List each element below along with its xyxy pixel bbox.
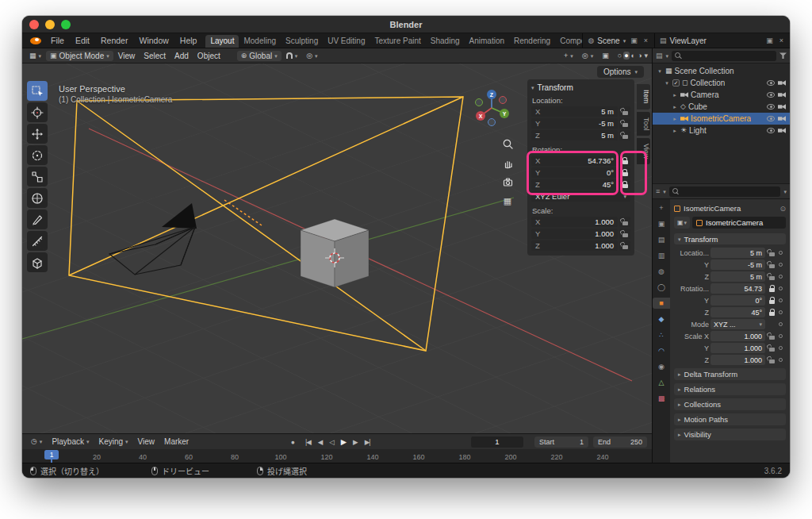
- outliner-row-isometric-camera[interactable]: ▸ IsometricCamera: [653, 113, 790, 125]
- tab-texture-paint[interactable]: Texture Paint: [370, 35, 425, 48]
- blender-logo-icon[interactable]: [29, 37, 42, 45]
- chevron-down-icon[interactable]: ▾: [783, 189, 787, 194]
- shading-solid-button[interactable]: ●: [623, 52, 629, 60]
- sidebar-tab-view[interactable]: View: [637, 138, 650, 164]
- shading-wireframe-button[interactable]: ○: [617, 52, 622, 60]
- scale-y-lock-button[interactable]: [619, 229, 630, 239]
- tool-annotate[interactable]: [27, 210, 48, 229]
- transform-panel-header[interactable]: ▾ Transform: [531, 82, 630, 94]
- scale-x-field[interactable]: 1.000: [710, 331, 765, 341]
- scale-z-field[interactable]: 1.000: [710, 355, 765, 365]
- location-x-lock-button[interactable]: [767, 250, 777, 256]
- disable-in-renders-icon[interactable]: [778, 128, 786, 133]
- hide-in-viewport-icon[interactable]: [767, 104, 775, 110]
- section-collections[interactable]: ▸Collections: [674, 398, 786, 410]
- current-frame-field[interactable]: 1: [471, 436, 523, 448]
- location-x-field[interactable]: X5 m: [531, 106, 618, 117]
- rotation-y-lock-button[interactable]: [619, 167, 630, 178]
- rotation-x-field[interactable]: 54.73: [710, 283, 765, 294]
- remove-viewlayer-button[interactable]: ×: [778, 37, 785, 44]
- scale-z-lock-button[interactable]: [767, 357, 777, 363]
- scale-x-field[interactable]: X1.000: [531, 217, 618, 227]
- gizmo-z-negative[interactable]: [488, 119, 496, 126]
- pin-icon[interactable]: ⊙: [779, 205, 786, 213]
- location-y-lock-button[interactable]: [767, 262, 777, 268]
- xray-toggle-button[interactable]: ▣: [598, 52, 613, 60]
- expand-icon[interactable]: ▸: [672, 104, 678, 110]
- tab-animation[interactable]: Animation: [465, 35, 509, 48]
- rotation-mode-dropdown[interactable]: XYZ Euler ▾: [531, 191, 630, 202]
- transform-section-header[interactable]: ▾ Transform: [674, 233, 786, 244]
- scale-y-lock-button[interactable]: [767, 345, 777, 352]
- animate-dot[interactable]: [779, 334, 783, 338]
- previous-keyframe-button[interactable]: ◀: [315, 437, 326, 447]
- section-delta-transform[interactable]: ▸Delta Transform: [674, 368, 786, 380]
- rotation-mode-dropdown[interactable]: XYZ ...▾: [710, 319, 765, 329]
- hide-in-viewport-icon[interactable]: [767, 80, 775, 86]
- tab-texture[interactable]: ▩: [654, 393, 668, 404]
- frame-start-field[interactable]: Start1: [534, 436, 588, 448]
- play-button[interactable]: ▶: [338, 436, 349, 447]
- disable-in-renders-icon[interactable]: [778, 116, 786, 121]
- close-window-button[interactable]: [29, 20, 39, 29]
- tool-tweak-select[interactable]: [27, 81, 48, 101]
- scale-y-field[interactable]: Y1.000: [531, 229, 618, 239]
- sidebar-tab-item[interactable]: Item: [637, 84, 650, 110]
- tab-physics[interactable]: ◠: [654, 345, 668, 356]
- location-z-lock-button[interactable]: [619, 130, 630, 140]
- hide-in-viewport-icon[interactable]: [767, 128, 775, 133]
- outliner-row-light[interactable]: ▸ ☀ Light: [653, 125, 790, 136]
- outliner-row-camera[interactable]: ▸ Camera: [653, 89, 790, 101]
- minimize-window-button[interactable]: [45, 20, 55, 29]
- rotation-z-field[interactable]: Z45°: [531, 179, 618, 190]
- section-relations[interactable]: ▸Relations: [674, 383, 786, 395]
- rotation-z-lock-button[interactable]: [619, 179, 630, 190]
- menu-render[interactable]: Render: [95, 35, 133, 46]
- expand-icon[interactable]: ▾: [657, 68, 663, 75]
- tab-modeling[interactable]: Modeling: [239, 35, 281, 48]
- timeline-ruler[interactable]: 20 40 60 80 100 120 140 160 180 200 220 …: [22, 449, 652, 463]
- toggle-ortho-button[interactable]: ▦: [500, 194, 515, 208]
- tab-sculpting[interactable]: Sculpting: [281, 35, 323, 48]
- tool-scale[interactable]: [27, 167, 48, 186]
- scale-x-lock-button[interactable]: [767, 333, 777, 340]
- tool-cursor[interactable]: [27, 102, 48, 122]
- menu-marker[interactable]: Marker: [160, 436, 193, 447]
- show-overlays-button[interactable]: ◎ ▾: [578, 52, 597, 60]
- section-motion-paths[interactable]: ▸Motion Paths: [674, 413, 786, 425]
- animate-dot[interactable]: [779, 310, 783, 314]
- pan-button[interactable]: [500, 156, 515, 170]
- jump-to-end-button[interactable]: ▶|: [362, 437, 373, 447]
- viewlayer-selector[interactable]: ▤ ViewLayer ▣ ×: [654, 33, 790, 48]
- hide-in-viewport-icon[interactable]: [767, 116, 775, 121]
- snapping-button[interactable]: ▾: [282, 52, 302, 60]
- object-name-field[interactable]: IsometricCamera: [692, 217, 786, 229]
- animate-dot[interactable]: [779, 286, 783, 290]
- tab-object-data[interactable]: △: [654, 377, 668, 388]
- rotation-z-field[interactable]: 45°: [710, 307, 765, 317]
- disable-in-renders-icon[interactable]: [778, 92, 786, 98]
- rotation-x-lock-button[interactable]: [619, 156, 630, 166]
- location-y-field[interactable]: -5 m: [710, 260, 765, 270]
- tab-rendering[interactable]: Rendering: [509, 35, 555, 48]
- jump-to-start-button[interactable]: |◀: [302, 437, 314, 447]
- tab-scene[interactable]: ◍: [654, 266, 668, 277]
- scale-x-lock-button[interactable]: [619, 217, 630, 227]
- rotation-y-field[interactable]: 0°: [710, 295, 765, 306]
- menu-add[interactable]: Add: [170, 51, 193, 61]
- outliner-row-collection[interactable]: ▾ ✓ ◻ Collection: [653, 77, 790, 89]
- location-y-lock-button[interactable]: [619, 118, 630, 129]
- collection-checkbox[interactable]: ✓: [672, 79, 680, 86]
- animate-dot[interactable]: [779, 322, 783, 326]
- options-button[interactable]: Options ▾: [597, 66, 644, 78]
- menu-view[interactable]: View: [114, 51, 140, 61]
- location-z-field[interactable]: 5 m: [710, 271, 765, 282]
- selected-camera-frustum[interactable]: [69, 97, 463, 351]
- playhead-marker[interactable]: 1: [44, 450, 59, 459]
- location-x-field[interactable]: 5 m: [710, 248, 765, 258]
- zoom-button[interactable]: [500, 136, 515, 151]
- gizmo-x-negative[interactable]: [500, 97, 507, 104]
- tab-render[interactable]: ▣: [654, 218, 668, 229]
- menu-select[interactable]: Select: [140, 51, 170, 61]
- tab-constraints[interactable]: ◉: [654, 361, 668, 372]
